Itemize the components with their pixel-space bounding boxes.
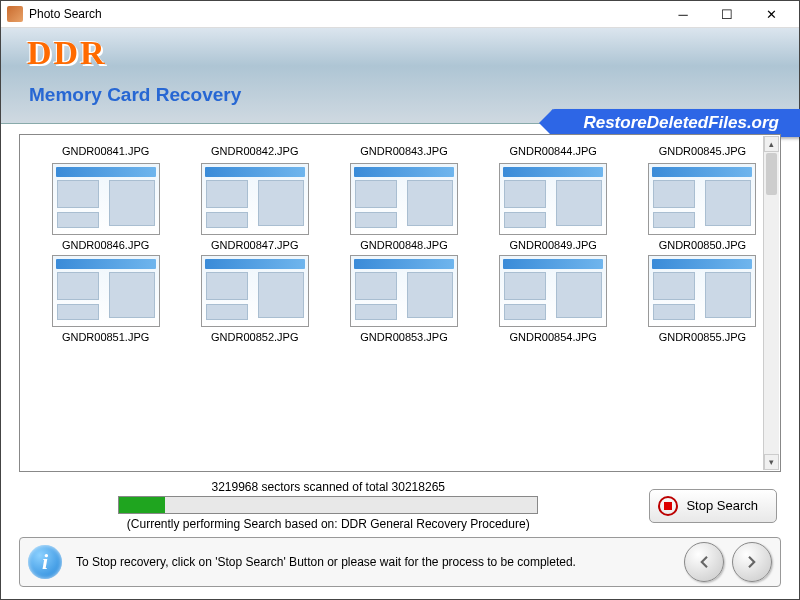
thumbnail-filename: GNDR00846.JPG — [62, 239, 149, 251]
thumbnail-image — [648, 163, 756, 235]
progress-row: 3219968 sectors scanned of total 3021826… — [19, 480, 781, 531]
close-button[interactable]: ✕ — [749, 1, 793, 27]
thumbnail-image — [350, 163, 458, 235]
thumbnail-image — [52, 255, 160, 327]
thumbnail-filename: GNDR00849.JPG — [509, 239, 596, 251]
stop-icon — [658, 496, 678, 516]
content-area: GNDR00841.JPGGNDR00842.JPGGNDR00843.JPGG… — [1, 124, 799, 537]
scroll-up-button[interactable]: ▴ — [764, 136, 779, 152]
maximize-button[interactable]: ☐ — [705, 1, 749, 27]
app-window: Photo Search ─ ☐ ✕ DDR Memory Card Recov… — [0, 0, 800, 600]
thumbnail-filename: GNDR00854.JPG — [509, 331, 596, 343]
progress-text: 3219968 sectors scanned of total 3021826… — [211, 480, 445, 494]
back-button[interactable] — [684, 542, 724, 582]
scroll-thumb[interactable] — [766, 153, 777, 195]
thumbnail-filename: GNDR00852.JPG — [211, 331, 298, 343]
chevron-left-icon — [695, 553, 713, 571]
thumbnail-filename: GNDR00842.JPG — [211, 145, 298, 157]
thumbnail-item[interactable]: GNDR00843.JPG — [340, 141, 467, 157]
next-button[interactable] — [732, 542, 772, 582]
thumbnail-item[interactable]: GNDR00842.JPG — [191, 141, 318, 157]
thumbnail-image — [201, 163, 309, 235]
thumbnail-filename: GNDR00844.JPG — [509, 145, 596, 157]
thumbnail-item[interactable]: GNDR00853.JPG — [340, 255, 467, 343]
info-icon: i — [28, 545, 62, 579]
app-icon — [7, 6, 23, 22]
thumbnail-item[interactable]: GNDR00847.JPG — [191, 163, 318, 251]
thumbnail-filename: GNDR00853.JPG — [360, 331, 447, 343]
thumbnail-filename: GNDR00855.JPG — [659, 331, 746, 343]
thumbnail-item[interactable]: GNDR00851.JPG — [42, 255, 169, 343]
scroll-down-button[interactable]: ▾ — [764, 454, 779, 470]
results-panel: GNDR00841.JPGGNDR00842.JPGGNDR00843.JPGG… — [19, 134, 781, 472]
thumbnail-filename: GNDR00841.JPG — [62, 145, 149, 157]
thumbnail-item[interactable]: GNDR00841.JPG — [42, 141, 169, 157]
thumbnail-item[interactable]: GNDR00844.JPG — [490, 141, 617, 157]
brand-logo: DDR — [27, 34, 107, 72]
thumbnail-item[interactable]: GNDR00848.JPG — [340, 163, 467, 251]
footer-tip-bar: i To Stop recovery, click on 'Stop Searc… — [19, 537, 781, 587]
thumbnail-image — [201, 255, 309, 327]
thumbnail-item[interactable]: GNDR00846.JPG — [42, 163, 169, 251]
stop-search-button[interactable]: Stop Search — [649, 489, 777, 523]
thumbnail-item[interactable]: GNDR00852.JPG — [191, 255, 318, 343]
vertical-scrollbar[interactable]: ▴ ▾ — [763, 136, 779, 470]
thumbnail-image — [52, 163, 160, 235]
thumbnail-image — [350, 255, 458, 327]
product-subtitle: Memory Card Recovery — [29, 84, 241, 106]
thumbnail-filename: GNDR00851.JPG — [62, 331, 149, 343]
website-ribbon[interactable]: RestoreDeletedFiles.org — [551, 109, 800, 137]
thumbnail-item[interactable]: GNDR00845.JPG — [639, 141, 766, 157]
thumbnail-item[interactable]: GNDR00849.JPG — [490, 163, 617, 251]
progress-area: 3219968 sectors scanned of total 3021826… — [23, 480, 633, 531]
thumbnail-filename: GNDR00845.JPG — [659, 145, 746, 157]
progress-bar — [118, 496, 538, 514]
chevron-right-icon — [743, 553, 761, 571]
thumbnail-grid: GNDR00841.JPGGNDR00842.JPGGNDR00843.JPGG… — [20, 135, 780, 349]
footer-tip-text: To Stop recovery, click on 'Stop Search'… — [76, 555, 676, 569]
window-title: Photo Search — [29, 7, 661, 21]
thumbnail-filename: GNDR00850.JPG — [659, 239, 746, 251]
header-banner: DDR Memory Card Recovery RestoreDeletedF… — [1, 28, 799, 124]
progress-fill — [119, 497, 165, 513]
thumbnail-filename: GNDR00843.JPG — [360, 145, 447, 157]
thumbnail-image — [499, 255, 607, 327]
thumbnail-image — [499, 163, 607, 235]
thumbnail-filename: GNDR00847.JPG — [211, 239, 298, 251]
minimize-button[interactable]: ─ — [661, 1, 705, 27]
thumbnail-item[interactable]: GNDR00855.JPG — [639, 255, 766, 343]
progress-subtext: (Currently performing Search based on: D… — [127, 517, 530, 531]
titlebar: Photo Search ─ ☐ ✕ — [1, 1, 799, 28]
thumbnail-item[interactable]: GNDR00850.JPG — [639, 163, 766, 251]
thumbnail-item[interactable]: GNDR00854.JPG — [490, 255, 617, 343]
thumbnail-filename: GNDR00848.JPG — [360, 239, 447, 251]
stop-button-label: Stop Search — [686, 498, 758, 513]
thumbnail-image — [648, 255, 756, 327]
